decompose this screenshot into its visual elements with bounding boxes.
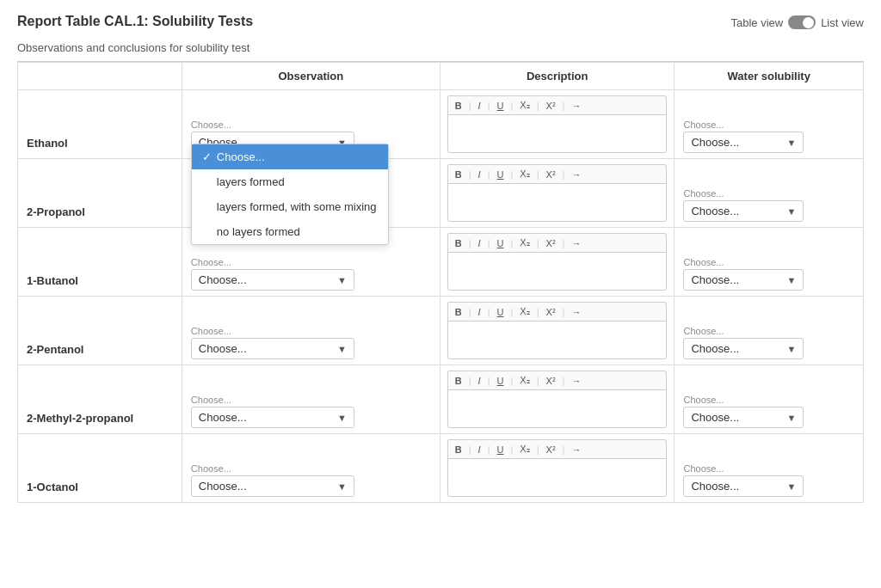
sol-dropdown-1-butanol[interactable]: Choose...▼: [683, 269, 804, 291]
superscript-button[interactable]: X²: [544, 237, 558, 249]
arrow-button[interactable]: →: [569, 306, 583, 318]
sol-dropdown-2-methyl-2-propanol[interactable]: Choose...▼: [683, 407, 804, 428]
bold-button[interactable]: B: [453, 100, 465, 112]
separator-1: |: [466, 100, 474, 112]
separator-4: |: [534, 168, 542, 181]
solubility-cell-2-methyl-2-propanol: Choose...Choose...▼: [675, 365, 864, 434]
row-label-2-pentanol: 2-Pentanol: [18, 297, 182, 365]
obs-cell-2-pentanol: Choose...Choose...▼: [182, 297, 440, 365]
obs-choose-label-ethanol: Choose...: [191, 119, 431, 130]
chevron-down-icon: ▼: [787, 481, 797, 492]
bold-button[interactable]: B: [453, 306, 465, 318]
subscript-button[interactable]: X₂: [517, 374, 532, 387]
col-solubility: Water solubility: [675, 63, 864, 90]
toggle-switch[interactable]: [788, 15, 816, 29]
italic-button[interactable]: I: [476, 444, 484, 456]
desc-textarea-1-butanol[interactable]: [447, 252, 668, 291]
separator-3: |: [508, 100, 515, 112]
arrow-button[interactable]: →: [569, 237, 583, 249]
sol-choose-label-1-butanol: Choose...: [683, 257, 854, 267]
toggle-knob: [803, 17, 814, 28]
desc-textarea-2-methyl-2-propanol[interactable]: [447, 389, 668, 428]
desc-textarea-2-pentanol[interactable]: [447, 321, 668, 359]
bold-button[interactable]: B: [453, 168, 465, 181]
separator-1: |: [466, 237, 474, 249]
chevron-down-icon: ▼: [337, 413, 347, 423]
separator-5: |: [560, 375, 568, 387]
desc-textarea-2-propanol[interactable]: [447, 183, 668, 222]
col-observation: Observation: [182, 63, 440, 90]
obs-dropdown-2-pentanol[interactable]: Choose...▼: [191, 338, 354, 359]
underline-button[interactable]: U: [495, 306, 507, 318]
sol-dropdown-1-octanol[interactable]: Choose...▼: [683, 475, 804, 497]
underline-button[interactable]: U: [495, 237, 507, 249]
underline-button[interactable]: U: [495, 100, 507, 112]
bold-button[interactable]: B: [453, 444, 465, 456]
separator-5: |: [560, 100, 568, 112]
chevron-down-icon: ▼: [787, 206, 797, 217]
sol-dropdown-2-pentanol[interactable]: Choose...▼: [683, 338, 804, 359]
sol-dropdown-ethanol[interactable]: Choose...▼: [683, 132, 804, 153]
italic-button[interactable]: I: [476, 306, 484, 318]
separator-5: |: [560, 444, 568, 456]
obs-inner-1-butanol: Choose...Choose...▼: [191, 257, 431, 291]
obs-dropdown-1-butanol[interactable]: Choose...▼: [191, 269, 354, 291]
separator-3: |: [508, 306, 515, 318]
separator-5: |: [560, 237, 568, 249]
desc-textarea-ethanol[interactable]: [447, 114, 668, 153]
desc-cell-1-octanol: B | I | U | X₂ | X² | →: [440, 434, 675, 503]
separator-4: |: [534, 306, 542, 318]
option-label-no_layers: no layers formed: [217, 225, 300, 238]
arrow-button[interactable]: →: [569, 100, 583, 112]
subscript-button[interactable]: X₂: [517, 443, 532, 456]
obs-dropdown-2-methyl-2-propanol[interactable]: Choose...▼: [191, 407, 354, 428]
subscript-button[interactable]: X₂: [517, 99, 532, 112]
list-view-label: List view: [821, 16, 864, 29]
italic-button[interactable]: I: [476, 100, 484, 112]
italic-button[interactable]: I: [476, 237, 484, 249]
superscript-button[interactable]: X²: [544, 375, 558, 387]
sol-choose-label-2-propanol: Choose...: [683, 188, 854, 199]
arrow-button[interactable]: →: [569, 168, 583, 181]
subscript-button[interactable]: X₂: [517, 305, 532, 318]
desc-textarea-1-octanol[interactable]: [447, 458, 668, 497]
separator-2: |: [485, 306, 493, 318]
italic-button[interactable]: I: [476, 375, 484, 387]
underline-button[interactable]: U: [495, 168, 507, 181]
arrow-button[interactable]: →: [569, 444, 583, 456]
separator-4: |: [534, 100, 542, 112]
col-empty: [18, 63, 182, 90]
solubility-cell-2-propanol: Choose...Choose...▼: [675, 159, 864, 228]
dropdown-option-no_layers[interactable]: ✓no layers formed: [192, 219, 388, 244]
view-toggle[interactable]: Table view List view: [730, 15, 864, 29]
dropdown-option-layers_formed[interactable]: ✓layers formed: [192, 169, 388, 194]
sol-dropdown-value-1-octanol: Choose...: [691, 480, 739, 493]
separator-2: |: [485, 237, 493, 249]
sol-dropdown-2-propanol[interactable]: Choose...▼: [683, 200, 804, 222]
separator-2: |: [485, 168, 493, 181]
dropdown-option-layers_formed_mixing[interactable]: ✓layers formed, with some mixing: [192, 194, 388, 219]
bold-button[interactable]: B: [453, 375, 465, 387]
bold-button[interactable]: B: [453, 237, 465, 249]
obs-dropdown-value-1-butanol: Choose...: [199, 273, 247, 286]
superscript-button[interactable]: X²: [544, 168, 558, 181]
dropdown-option-choose[interactable]: ✓Choose...: [192, 144, 388, 169]
italic-button[interactable]: I: [476, 168, 484, 181]
superscript-button[interactable]: X²: [544, 100, 558, 112]
separator-3: |: [508, 375, 515, 387]
underline-button[interactable]: U: [495, 375, 507, 387]
underline-button[interactable]: U: [495, 444, 507, 456]
obs-dropdown-1-octanol[interactable]: Choose...▼: [191, 475, 354, 497]
subscript-button[interactable]: X₂: [517, 168, 532, 181]
separator-2: |: [485, 444, 493, 456]
row-label-2-methyl-2-propanol: 2-Methyl-2-propanol: [18, 365, 182, 434]
checkmark-icon: ✓: [202, 150, 212, 163]
separator-5: |: [560, 168, 568, 181]
superscript-button[interactable]: X²: [544, 306, 558, 318]
obs-choose-label-1-octanol: Choose...: [191, 463, 431, 474]
subscript-button[interactable]: X₂: [517, 236, 532, 249]
superscript-button[interactable]: X²: [544, 444, 558, 456]
arrow-button[interactable]: →: [569, 375, 583, 387]
sol-choose-label-ethanol: Choose...: [683, 119, 854, 130]
desc-cell-ethanol: B | I | U | X₂ | X² | →: [440, 90, 675, 159]
